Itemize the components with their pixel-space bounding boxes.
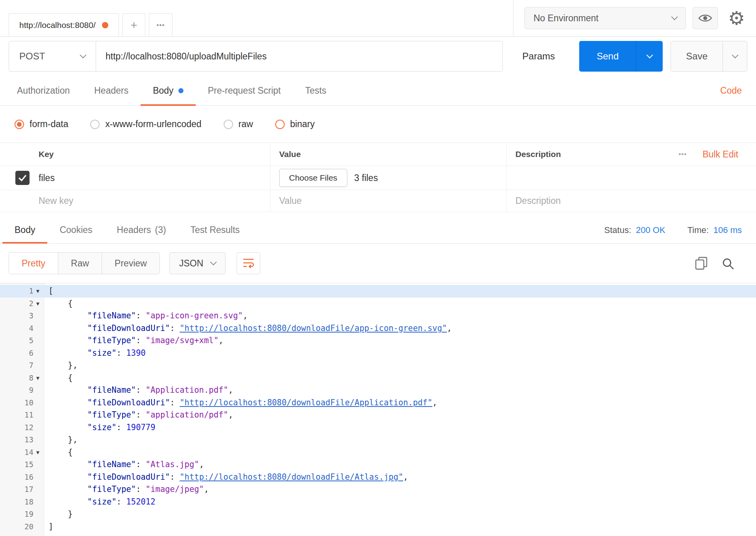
row-enabled-checkbox[interactable] — [15, 171, 30, 185]
tab-overflow-button[interactable]: ••• — [149, 13, 172, 36]
view-mode-raw[interactable]: Raw — [58, 253, 102, 274]
code-text: "fileDownloadUri": "http://localhost:808… — [44, 322, 452, 335]
settings-gear-icon[interactable]: ⚙ — [728, 9, 745, 28]
new-description-input[interactable] — [515, 196, 632, 206]
line-gutter: 12 — [0, 421, 44, 434]
body-mode-label: form-data — [30, 119, 68, 129]
line-number: 13 — [0, 434, 33, 446]
key-cell[interactable]: files — [39, 173, 270, 183]
send-options-button[interactable] — [636, 41, 663, 72]
files-count-text: 3 files — [354, 173, 378, 183]
response-tab-headers[interactable]: Headers (3) — [105, 217, 178, 243]
save-button[interactable]: Save — [671, 41, 723, 71]
line-number: 16 — [0, 471, 33, 484]
choose-files-button[interactable]: Choose Files — [279, 169, 347, 187]
fold-toggle-icon[interactable]: ▾ — [33, 298, 42, 310]
response-body-viewer[interactable]: 1▾[2▾ {3 "fileName": "app-icon-green.svg… — [0, 283, 756, 536]
body-mode-raw[interactable]: raw — [224, 119, 253, 129]
viewer-right-actions — [695, 257, 747, 270]
line-number: 8 — [0, 372, 33, 384]
code-text: { — [44, 446, 73, 459]
new-key-input[interactable] — [39, 196, 247, 206]
response-tab-cookies[interactable]: Cookies — [47, 217, 104, 243]
line-gutter[interactable]: 14▾ — [0, 446, 44, 459]
fold-toggle-icon[interactable]: ▾ — [33, 446, 42, 459]
code-text: "size": 152012 — [44, 496, 156, 508]
response-viewer-toolbar: Pretty Raw Preview JSON — [0, 244, 756, 283]
line-number: 20 — [0, 521, 33, 533]
body-content-dot-icon — [178, 88, 183, 93]
tab-authorization[interactable]: Authorization — [5, 76, 82, 105]
code-link[interactable]: Code — [720, 85, 742, 96]
line-number: 18 — [0, 496, 33, 508]
copy-icon — [695, 257, 708, 270]
postman-app: http://localhost:8080/ + ••• No Environm… — [0, 0, 756, 536]
tab-label: Headers — [94, 85, 128, 96]
tab-body[interactable]: Body — [141, 76, 195, 105]
copy-response-button[interactable] — [695, 257, 708, 270]
code-line: 12 "size": 190779 — [0, 421, 756, 434]
request-section-tabs: Authorization Headers Body Pre-request S… — [0, 76, 756, 106]
line-gutter[interactable]: 8▾ — [0, 372, 44, 384]
response-tab-test-results[interactable]: Test Results — [178, 217, 252, 243]
view-mode-preview[interactable]: Preview — [102, 253, 159, 274]
environment-selector[interactable]: No Environment — [524, 7, 686, 29]
tab-headers[interactable]: Headers — [82, 76, 141, 105]
tab-label: Test Results — [191, 225, 240, 235]
send-button-group: Send — [579, 41, 663, 72]
line-number: 5 — [0, 335, 33, 347]
wrap-lines-button[interactable] — [237, 252, 260, 274]
open-request-tab[interactable]: http://localhost:8080/ — [9, 13, 119, 36]
fold-toggle-icon[interactable]: ▾ — [33, 372, 42, 384]
line-gutter[interactable]: 2▾ — [0, 298, 44, 310]
response-tab-body[interactable]: Body — [2, 217, 47, 243]
new-value-input[interactable] — [279, 196, 488, 206]
method-select[interactable]: POST — [9, 41, 96, 72]
radio-icon — [90, 120, 100, 129]
table-menu-icon[interactable]: ••• — [678, 150, 687, 158]
view-mode-segmented-control: Pretty Raw Preview — [9, 252, 160, 274]
code-text: "fileType": "image/jpeg", — [44, 483, 209, 496]
line-gutter[interactable]: 1▾ — [0, 285, 44, 298]
tab-label: Authorization — [17, 85, 70, 96]
new-tab-button[interactable]: + — [122, 13, 145, 36]
save-options-button[interactable] — [723, 41, 747, 71]
status-label: Status: — [604, 225, 631, 235]
tab-pre-request-script[interactable]: Pre-request Script — [196, 76, 293, 105]
body-mode-row: form-data x-www-form-urlencoded raw bina… — [0, 106, 756, 142]
url-input[interactable] — [96, 41, 503, 72]
form-data-row-files: files Choose Files 3 files — [0, 166, 756, 190]
code-line: 1▾[ — [0, 285, 756, 298]
line-number: 2 — [0, 298, 33, 310]
body-mode-x-www-form-urlencoded[interactable]: x-www-form-urlencoded — [90, 119, 201, 129]
view-mode-pretty[interactable]: Pretty — [9, 253, 58, 274]
code-text: }, — [44, 359, 78, 372]
line-number: 9 — [0, 384, 33, 397]
code-text: "size": 1390 — [44, 347, 146, 360]
line-number: 7 — [0, 359, 33, 372]
search-response-button[interactable] — [722, 257, 734, 270]
language-select[interactable]: JSON — [169, 252, 226, 274]
form-table-header-row: Key Value Description ••• Bulk Edit — [0, 143, 756, 166]
new-description-cell — [506, 190, 643, 212]
line-number: 15 — [0, 458, 33, 471]
code-line: 2▾ { — [0, 298, 756, 310]
params-button[interactable]: Params — [508, 41, 569, 72]
code-line: 4 "fileDownloadUri": "http://localhost:8… — [0, 322, 756, 335]
line-gutter: 13 — [0, 434, 44, 446]
code-line: 14▾ { — [0, 446, 756, 459]
environment-quick-look-button[interactable] — [693, 7, 718, 29]
description-cell[interactable] — [506, 166, 643, 190]
fold-toggle-icon[interactable]: ▾ — [33, 285, 42, 298]
line-gutter: 7 — [0, 359, 44, 372]
code-text: "fileDownloadUri": "http://localhost:808… — [44, 397, 437, 409]
code-lines: 1▾[2▾ {3 "fileName": "app-icon-green.svg… — [0, 285, 756, 533]
code-line: 5 "fileType": "image/svg+xml", — [0, 335, 756, 347]
column-header-key: Key — [39, 150, 270, 159]
body-mode-form-data[interactable]: form-data — [15, 119, 68, 129]
send-button[interactable]: Send — [579, 41, 636, 72]
tab-tests[interactable]: Tests — [293, 76, 339, 105]
bulk-edit-button[interactable]: Bulk Edit — [702, 149, 738, 160]
tab-label: Tests — [305, 85, 326, 96]
body-mode-binary[interactable]: binary — [275, 119, 315, 129]
